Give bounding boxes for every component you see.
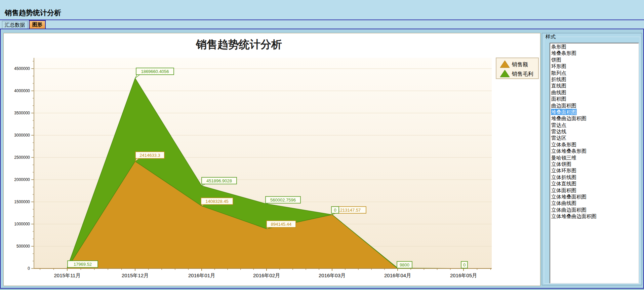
tab-summary-data[interactable]: 汇总数据 bbox=[2, 21, 28, 29]
legend-label: 销售毛利 bbox=[512, 71, 533, 77]
style-option-label: 立体环形图 bbox=[551, 167, 577, 174]
style-option-label: 立体折线图 bbox=[551, 174, 577, 180]
style-option-label: 曲边面积图 bbox=[551, 102, 577, 109]
style-option[interactable]: 曼哈顿三维 bbox=[550, 154, 638, 161]
data-label: 0 bbox=[331, 207, 339, 215]
style-option[interactable]: 折线图 bbox=[550, 76, 638, 82]
style-option[interactable]: 立体环形图 bbox=[550, 167, 638, 174]
style-option[interactable]: 立体折线图 bbox=[550, 174, 638, 180]
style-option[interactable]: 立体面积图 bbox=[550, 187, 638, 193]
style-option[interactable]: 饼图 bbox=[550, 57, 638, 63]
y-tick-label: 1000000 bbox=[14, 222, 30, 226]
style-option[interactable]: 雷达点 bbox=[550, 122, 638, 128]
style-option-label: 立体条形图 bbox=[551, 141, 577, 148]
style-option-label: 雷达区 bbox=[551, 135, 567, 141]
svg-text:1213147.57: 1213147.57 bbox=[338, 208, 361, 213]
data-label: 17969.52 bbox=[67, 261, 98, 268]
data-label: 894145.44 bbox=[267, 221, 296, 229]
y-tick-label: 1500000 bbox=[14, 200, 30, 204]
style-option[interactable]: 立体直线图 bbox=[550, 180, 638, 187]
style-option[interactable]: 曲边面积图 bbox=[550, 102, 638, 109]
style-option-label: 立体直线图 bbox=[551, 180, 577, 187]
style-option[interactable]: 直线图 bbox=[550, 82, 638, 89]
main-content: 0500000100000015000002000000250000030000… bbox=[0, 29, 644, 289]
style-option-label: 立体堆叠面积图 bbox=[551, 193, 587, 200]
x-tick-label: 2016年04月 bbox=[384, 273, 411, 278]
y-tick-label: 500000 bbox=[16, 244, 30, 249]
svg-text:0: 0 bbox=[463, 262, 466, 267]
x-tick-label: 2016年01月 bbox=[188, 273, 215, 278]
style-option[interactable]: 立体堆叠条形图 bbox=[550, 148, 638, 154]
style-option-label: 立体曲线图 bbox=[551, 200, 577, 206]
style-option-label: 曲线图 bbox=[551, 89, 567, 96]
style-option-label: 雷达线 bbox=[551, 128, 567, 135]
data-label: 560002.7596 bbox=[266, 196, 300, 204]
x-tick-label: 2016年05月 bbox=[450, 273, 477, 278]
style-option-label: 立体饼图 bbox=[551, 161, 572, 167]
y-tick-label: 2500000 bbox=[14, 155, 30, 160]
style-option-label: 条形图 bbox=[551, 43, 567, 50]
style-option[interactable]: 曲线图 bbox=[550, 89, 638, 96]
svg-text:1408328.45: 1408328.45 bbox=[205, 199, 229, 204]
chart-panel: 0500000100000015000002000000250000030000… bbox=[3, 33, 540, 286]
style-option-label: 堆叠条形图 bbox=[551, 50, 577, 56]
style-option-label: 折线图 bbox=[551, 76, 567, 82]
style-option[interactable]: 立体堆叠曲边面积图 bbox=[550, 213, 638, 219]
style-option[interactable]: 堆叠面积图 bbox=[550, 109, 638, 115]
y-tick-label: 2000000 bbox=[14, 177, 30, 182]
style-option[interactable]: 散列点 bbox=[550, 70, 638, 76]
style-option-label: 雷达点 bbox=[551, 122, 567, 128]
sales-trend-stacked-area-chart: 0500000100000015000002000000250000030000… bbox=[4, 33, 540, 286]
style-option-label: 饼图 bbox=[551, 57, 562, 63]
tab-graphics[interactable]: 图形 bbox=[29, 20, 46, 29]
style-option[interactable]: 立体条形图 bbox=[550, 141, 638, 148]
window-title-bar: 销售趋势统计分析 bbox=[0, 0, 644, 20]
x-tick-label: 2015年11月 bbox=[54, 273, 81, 278]
style-option[interactable]: 堆叠条形图 bbox=[550, 50, 638, 56]
svg-text:2414633.3: 2414633.3 bbox=[139, 153, 160, 158]
style-option[interactable]: 雷达线 bbox=[550, 128, 638, 135]
style-option-label: 立体堆叠条形图 bbox=[551, 148, 587, 154]
svg-text:560002.7596: 560002.7596 bbox=[270, 197, 296, 203]
style-option-label: 立体面积图 bbox=[551, 187, 577, 193]
style-option-label: 曼哈顿三维 bbox=[551, 154, 577, 161]
style-option[interactable]: 条形图 bbox=[550, 43, 638, 50]
y-tick-label: 4000000 bbox=[14, 88, 30, 93]
x-tick-label: 2015年12月 bbox=[122, 273, 149, 278]
y-tick-label: 4500000 bbox=[14, 66, 30, 71]
style-option-label: 立体堆叠曲边面积图 bbox=[551, 213, 597, 219]
svg-text:9800: 9800 bbox=[400, 262, 409, 267]
style-option[interactable]: 环形图 bbox=[550, 63, 638, 69]
style-option-label: 散列点 bbox=[551, 70, 567, 76]
style-option[interactable]: 面积图 bbox=[550, 96, 638, 102]
tab-label: 汇总数据 bbox=[5, 22, 25, 28]
style-groupbox-title: 样式 bbox=[545, 34, 557, 40]
chart-title: 销售趋势统计分析 bbox=[195, 38, 282, 51]
svg-text:1869660.4056: 1869660.4056 bbox=[141, 69, 169, 74]
tab-label: 图形 bbox=[32, 22, 42, 27]
style-option[interactable]: 立体堆叠面积图 bbox=[550, 193, 638, 200]
tab-bar: 汇总数据 图形 bbox=[0, 20, 644, 29]
svg-text:451896.9028: 451896.9028 bbox=[206, 178, 232, 183]
chart-style-listbox[interactable]: 条形图堆叠条形图饼图环形图散列点折线图直线图曲线图面积图曲边面积图堆叠面积图堆叠… bbox=[550, 43, 639, 284]
style-option-label: 直线图 bbox=[551, 82, 567, 89]
window-title: 销售趋势统计分析 bbox=[5, 8, 61, 17]
style-option-label: 堆叠曲边面积图 bbox=[551, 115, 587, 121]
y-tick-label: 3500000 bbox=[14, 111, 30, 115]
style-option[interactable]: 立体曲线图 bbox=[550, 200, 638, 206]
style-option-label: 堆叠面积图 bbox=[551, 109, 577, 115]
svg-text:17969.52: 17969.52 bbox=[74, 262, 92, 267]
style-option[interactable]: 堆叠曲边面积图 bbox=[550, 115, 638, 121]
data-label: 1408328.45 bbox=[201, 198, 233, 206]
x-tick-label: 2016年03月 bbox=[319, 273, 346, 278]
svg-text:0: 0 bbox=[334, 208, 336, 213]
style-option-label: 环形图 bbox=[551, 63, 567, 69]
svg-text:894145.44: 894145.44 bbox=[271, 222, 291, 227]
data-label: 9800 bbox=[397, 261, 412, 268]
style-panel: 样式 条形图堆叠条形图饼图环形图散列点折线图直线图曲线图面积图曲边面积图堆叠面积… bbox=[542, 33, 642, 285]
style-option[interactable]: 立体曲边面积图 bbox=[550, 207, 638, 213]
y-tick-label: 3000000 bbox=[14, 133, 30, 138]
style-option[interactable]: 立体饼图 bbox=[550, 161, 638, 167]
style-option[interactable]: 雷达区 bbox=[550, 135, 638, 141]
legend-label: 销售额 bbox=[512, 62, 528, 67]
